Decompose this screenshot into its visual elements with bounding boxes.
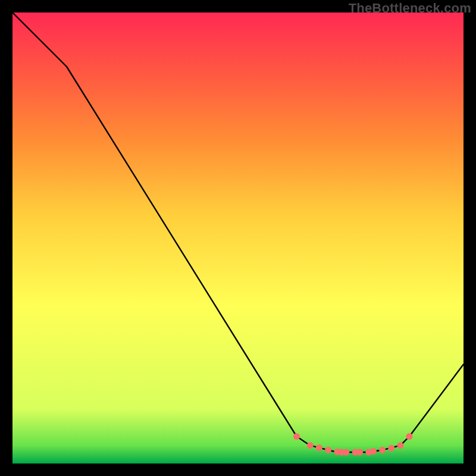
data-marker	[343, 449, 349, 456]
data-marker	[379, 447, 386, 453]
data-marker	[293, 433, 300, 440]
data-marker	[406, 433, 413, 440]
bottleneck-curve-line	[12, 12, 464, 452]
marker-group	[293, 433, 413, 456]
data-marker	[397, 442, 403, 449]
data-marker	[388, 445, 394, 452]
data-marker	[316, 444, 322, 451]
data-marker	[307, 442, 314, 449]
data-marker	[325, 447, 331, 453]
data-marker	[356, 449, 363, 456]
watermark-text: TheBottleneck.com	[349, 1, 471, 16]
chart-frame: TheBottleneck.com	[0, 0, 476, 476]
gradient-plot-area	[12, 12, 464, 464]
data-marker	[370, 448, 377, 455]
chart-svg	[12, 12, 464, 464]
